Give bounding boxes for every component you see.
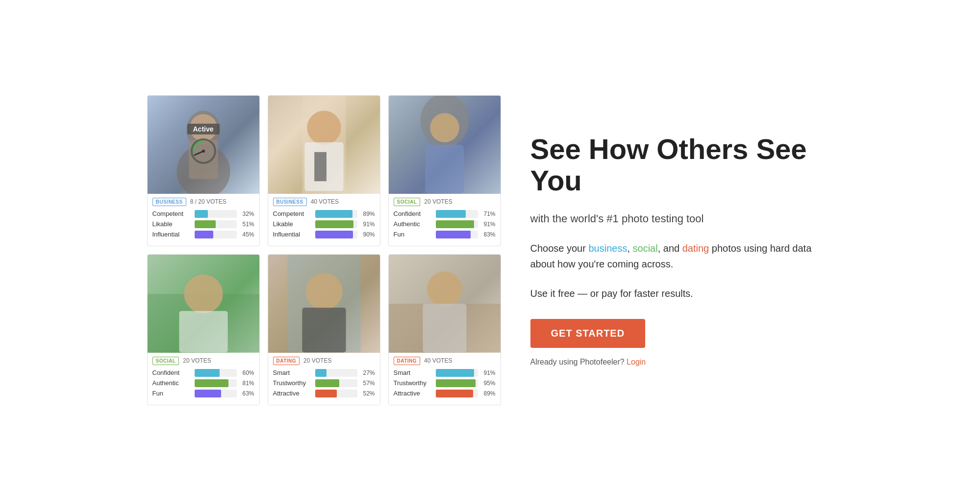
- svg-point-21: [427, 271, 462, 306]
- svg-rect-10: [314, 152, 327, 181]
- votes-text-4: 20 VOTES: [183, 357, 211, 364]
- svg-point-8: [307, 110, 341, 144]
- stat-bar-wrap-competent-2: [315, 210, 357, 218]
- photo-card-3[interactable]: SOCIAL 20 VOTES Confident 71% Authentic …: [388, 95, 501, 246]
- stat-bar-confident-3: [436, 210, 466, 218]
- stat-bar-wrap-attractive-5: [315, 390, 357, 397]
- stat-row-competent-1: Competent 32%: [152, 210, 254, 218]
- stat-bar-influential-1: [195, 231, 214, 238]
- stat-label-competent-1: Competent: [152, 210, 192, 217]
- stat-row-smart-5: Smart 27%: [273, 369, 375, 377]
- active-label: Active: [187, 124, 219, 134]
- stat-bar-wrap-influential-2: [315, 231, 357, 238]
- headline: See How Others See You: [530, 133, 833, 196]
- description-business: business: [588, 243, 627, 254]
- stat-bar-wrap-likable-2: [315, 220, 357, 228]
- stat-pct-smart-6: 91%: [481, 369, 496, 376]
- stat-label-influential-2: Influential: [273, 231, 312, 238]
- stat-row-confident-4: Confident 60%: [152, 369, 254, 377]
- stat-label-competent-2: Competent: [273, 210, 312, 217]
- photo-card-1[interactable]: Active BUSINESS 8 / 20 VOTES Competent: [147, 95, 260, 246]
- stat-label-trustworthy-6: Trustworthy: [394, 379, 433, 387]
- svg-point-12: [430, 113, 459, 142]
- stat-bar-trustworthy-6: [436, 379, 476, 387]
- photo-card-4[interactable]: SOCIAL 20 VOTES Confident 60% Authentic …: [147, 254, 260, 405]
- stat-pct-likable-1: 51%: [240, 221, 254, 228]
- card-stats-6: DATING 40 VOTES Smart 91% Trustworthy 95…: [389, 353, 501, 405]
- card-header-4: SOCIAL 20 VOTES: [152, 357, 254, 365]
- svg-rect-16: [179, 311, 227, 352]
- stat-bar-smart-6: [436, 369, 474, 377]
- photo-wrapper-1: Active: [148, 96, 259, 194]
- stat-pct-attractive-5: 52%: [360, 390, 375, 397]
- stat-label-influential-1: Influential: [152, 231, 192, 238]
- subtitle: with the world's #1 photo testing tool: [530, 211, 833, 227]
- card-header-5: DATING 20 VOTES: [273, 357, 375, 365]
- description-sep2: , and: [658, 243, 682, 254]
- stat-row-trustworthy-5: Trustworthy 57%: [273, 379, 375, 387]
- category-badge-2: BUSINESS: [273, 198, 307, 206]
- photo-card-5[interactable]: DATING 20 VOTES Smart 27% Trustworthy 57…: [268, 254, 380, 405]
- category-badge-6: DATING: [394, 357, 421, 365]
- photo-card-2[interactable]: BUSINESS 40 VOTES Competent 89% Likable …: [268, 95, 380, 246]
- stat-label-confident-4: Confident: [152, 369, 192, 376]
- stat-pct-authentic-3: 91%: [481, 221, 496, 228]
- votes-text-3: 20 VOTES: [424, 198, 452, 205]
- description-prefix: Choose your: [530, 243, 589, 254]
- photo-card-6[interactable]: DATING 40 VOTES Smart 91% Trustworthy 95…: [388, 254, 501, 405]
- stat-pct-trustworthy-6: 95%: [481, 380, 496, 387]
- stat-bar-wrap-authentic-3: [436, 220, 478, 228]
- photo-image-3: [389, 96, 501, 194]
- photo-image-4: [148, 255, 259, 353]
- description: Choose your business, social, and dating…: [530, 240, 833, 272]
- stat-pct-smart-5: 27%: [360, 369, 375, 376]
- stat-row-fun-4: Fun 63%: [152, 390, 254, 397]
- stat-label-likable-1: Likable: [152, 220, 192, 228]
- stat-bar-trustworthy-5: [315, 379, 339, 387]
- category-badge-4: SOCIAL: [152, 357, 179, 365]
- stat-bar-competent-1: [195, 210, 208, 218]
- stat-pct-fun-3: 83%: [481, 231, 496, 238]
- stat-pct-fun-4: 63%: [240, 390, 254, 397]
- login-link[interactable]: Login: [627, 358, 646, 366]
- stat-row-trustworthy-6: Trustworthy 95%: [394, 379, 496, 387]
- stat-label-likable-2: Likable: [273, 220, 312, 228]
- stat-bar-influential-2: [315, 231, 353, 238]
- photo-image-5: [268, 255, 380, 353]
- card-stats-1: BUSINESS 8 / 20 VOTES Competent 32% Lika…: [148, 194, 259, 246]
- stat-bar-attractive-6: [436, 390, 474, 397]
- stat-row-likable-1: Likable 51%: [152, 220, 254, 228]
- stat-bar-wrap-competent-1: [195, 210, 237, 218]
- stat-bar-smart-5: [315, 369, 327, 377]
- stat-bar-wrap-likable-1: [195, 220, 237, 228]
- stat-label-attractive-5: Attractive: [273, 390, 312, 397]
- main-container: Active BUSINESS 8 / 20 VOTES Competent: [147, 95, 833, 405]
- photo-wrapper-2: [268, 96, 380, 194]
- photo-image-2: [268, 96, 380, 194]
- stat-bar-wrap-trustworthy-6: [436, 379, 478, 387]
- stat-label-fun-4: Fun: [152, 390, 192, 397]
- login-prefix: Already using Photofeeler?: [530, 358, 627, 366]
- free-text: Use it free — or pay for faster results.: [530, 286, 833, 301]
- stat-bar-likable-1: [195, 220, 216, 228]
- get-started-button[interactable]: GET STARTED: [530, 319, 646, 348]
- stat-bar-fun-4: [195, 390, 221, 397]
- stat-row-attractive-6: Attractive 89%: [394, 390, 496, 397]
- photos-grid: Active BUSINESS 8 / 20 VOTES Competent: [147, 95, 501, 405]
- description-social: social: [633, 243, 658, 254]
- stat-pct-influential-1: 45%: [240, 231, 254, 238]
- active-badge: Active: [187, 124, 219, 166]
- photo-image-6: [389, 255, 501, 353]
- stat-bar-wrap-trustworthy-5: [315, 379, 357, 387]
- stat-label-fun-3: Fun: [394, 231, 433, 238]
- svg-point-15: [184, 274, 223, 313]
- stat-label-authentic-3: Authentic: [394, 220, 433, 228]
- photo-wrapper-4: [148, 255, 259, 353]
- category-badge-3: SOCIAL: [394, 198, 421, 206]
- card-stats-5: DATING 20 VOTES Smart 27% Trustworthy 57…: [268, 353, 380, 405]
- description-sep1: ,: [627, 243, 632, 254]
- photo-wrapper-5: [268, 255, 380, 353]
- card-header-6: DATING 40 VOTES: [394, 357, 496, 365]
- stat-bar-authentic-3: [436, 220, 474, 228]
- stat-pct-authentic-4: 81%: [240, 380, 254, 387]
